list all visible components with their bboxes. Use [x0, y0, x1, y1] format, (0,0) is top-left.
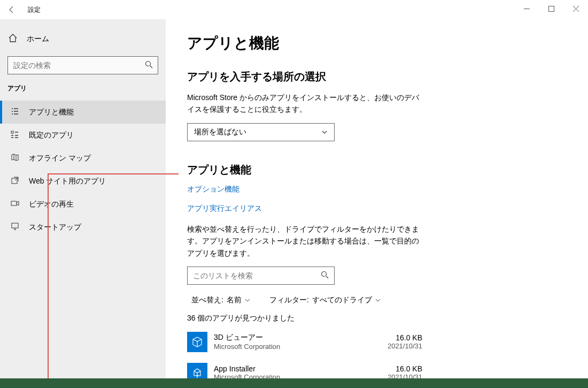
- filter-description: 検索や並べ替えを行ったり、ドライブでフィルターをかけたりできます。アプリをアンイ…: [187, 223, 422, 259]
- filter-input[interactable]: [188, 267, 334, 284]
- svg-rect-2: [11, 131, 13, 133]
- close-icon: [573, 6, 579, 12]
- sidebar-item-offline-maps[interactable]: オフライン マップ: [0, 147, 166, 170]
- where-heading: アプリを入手する場所の選択: [187, 70, 567, 84]
- result-count: 36 個のアプリが見つかりました: [187, 314, 567, 323]
- where-description: Microsoft Store からのみアプリをインストールすると、お使いのデバ…: [187, 92, 422, 116]
- dropdown-value: 場所を選ばない: [194, 127, 246, 137]
- filter-control[interactable]: フィルター: すべてのドライブ: [269, 295, 381, 305]
- app-name: 3D ビューアー: [214, 333, 280, 343]
- search-input[interactable]: [7, 56, 158, 74]
- back-button[interactable]: [0, 0, 24, 19]
- svg-rect-4: [11, 201, 17, 206]
- maximize-icon: [548, 6, 554, 12]
- bottom-bar: [0, 378, 588, 388]
- app-size: 16.0 KB: [388, 364, 422, 373]
- video-icon: [10, 199, 20, 209]
- svg-rect-0: [548, 6, 554, 11]
- page-title: アプリと機能: [187, 33, 567, 54]
- sort-control[interactable]: 並べ替え: 名前: [191, 295, 250, 305]
- maximize-button[interactable]: [539, 0, 563, 17]
- sidebar-item-label: スタートアップ: [29, 223, 81, 232]
- sort-filter-row: 並べ替え: 名前 フィルター: すべてのドライブ: [187, 295, 567, 305]
- sidebar-home-label: ホーム: [27, 34, 49, 44]
- app-item[interactable]: 3D ビューアー Microsoft Corporation 16.0 KB 2…: [187, 332, 422, 352]
- app-aliases-link[interactable]: アプリ実行エイリアス: [187, 204, 567, 214]
- home-icon: [7, 33, 18, 44]
- sort-value: 名前: [227, 295, 242, 305]
- defaults-icon: [10, 130, 20, 140]
- app-vendor: Microsoft Corporation: [214, 343, 280, 351]
- arrow-left-icon: [7, 5, 16, 14]
- sort-label: 並べ替え:: [191, 295, 223, 305]
- filter-value: すべてのドライブ: [312, 295, 372, 305]
- sidebar-item-label: ビデオの再生: [29, 200, 74, 209]
- sidebar-item-default-apps[interactable]: 既定のアプリ: [0, 124, 166, 147]
- sidebar-item-label: アプリと機能: [29, 108, 74, 117]
- app-date: 2021/10/31: [388, 342, 422, 350]
- svg-rect-5: [12, 223, 18, 228]
- app-filter-search[interactable]: [187, 267, 335, 285]
- startup-icon: [10, 222, 20, 232]
- chevron-down-icon: [375, 298, 381, 303]
- open-icon: [10, 176, 20, 186]
- map-icon: [10, 153, 20, 163]
- window-title: 設定: [28, 5, 41, 14]
- sidebar-item-label: オフライン マップ: [29, 154, 91, 163]
- list-icon: [10, 107, 20, 117]
- content-area: アプリと機能 アプリを入手する場所の選択 Microsoft Store からの…: [166, 19, 588, 388]
- optional-features-link[interactable]: オプション機能: [187, 185, 567, 194]
- minimize-button[interactable]: [514, 0, 539, 17]
- close-button[interactable]: [563, 0, 588, 17]
- sidebar-search[interactable]: [7, 56, 158, 74]
- chevron-down-icon: [245, 298, 250, 303]
- window-controls: [514, 0, 588, 17]
- sidebar-item-apps-features[interactable]: アプリと機能: [0, 101, 166, 124]
- sidebar: ホーム アプリ アプリと機能 既定のアプリ オフライン マップ: [0, 19, 166, 388]
- sidebar-item-startup[interactable]: スタートアップ: [0, 216, 166, 239]
- chevron-down-icon: [321, 129, 328, 135]
- app-icon-3dviewer: [187, 332, 207, 352]
- apps-heading: アプリと機能: [187, 163, 567, 177]
- svg-point-6: [322, 271, 327, 276]
- sidebar-category: アプリ: [0, 84, 166, 93]
- svg-point-1: [146, 62, 151, 66]
- app-name: App Installer: [214, 364, 280, 373]
- titlebar: 設定: [0, 0, 588, 19]
- search-icon: [321, 271, 329, 280]
- minimize-icon: [524, 6, 530, 12]
- sidebar-item-label: Web サイト用のアプリ: [29, 177, 106, 186]
- source-dropdown[interactable]: 場所を選ばない: [187, 123, 335, 141]
- sidebar-item-website-apps[interactable]: Web サイト用のアプリ: [0, 170, 166, 193]
- search-icon: [145, 60, 153, 70]
- sidebar-item-label: 既定のアプリ: [29, 131, 74, 140]
- sidebar-item-video-playback[interactable]: ビデオの再生: [0, 193, 166, 216]
- filter-label: フィルター:: [269, 295, 309, 305]
- sidebar-home[interactable]: ホーム: [0, 28, 166, 50]
- app-size: 16.0 KB: [388, 333, 422, 342]
